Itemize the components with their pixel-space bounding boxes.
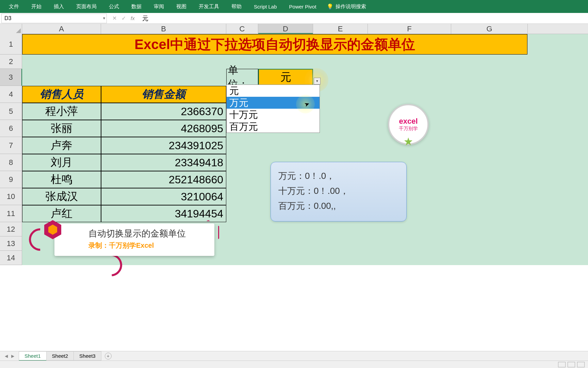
cell-name[interactable]: 张成汉 <box>22 188 101 205</box>
note-box: 万元：0！.0， 十万元：0！.00， 百万元：0.00,, <box>271 162 407 221</box>
table-header-amount: 销售金额 <box>101 86 226 103</box>
ribbon-tab-file[interactable]: 文件 <box>3 0 25 13</box>
cell-name[interactable]: 卢奔 <box>22 137 101 154</box>
row-header[interactable]: 9 <box>0 171 22 188</box>
cell-amount[interactable]: 3210064 <box>101 188 226 205</box>
tell-me-search[interactable]: 💡 操作说明搜索 <box>327 3 366 10</box>
col-header-a[interactable]: A <box>22 24 101 34</box>
ribbon: 文件 开始 插入 页面布局 公式 数据 审阅 视图 开发工具 帮助 Script… <box>0 0 588 13</box>
ribbon-tab-dev[interactable]: 开发工具 <box>193 0 225 13</box>
col-header-f[interactable]: F <box>368 24 451 34</box>
bulb-icon: 💡 <box>327 3 333 10</box>
ribbon-tab-review[interactable]: 审阅 <box>148 0 170 13</box>
sheet-tab[interactable]: Sheet2 <box>46 351 74 361</box>
col-header-b[interactable]: B <box>101 24 226 34</box>
view-layout-icon[interactable] <box>568 362 575 367</box>
tell-me-label: 操作说明搜索 <box>336 3 366 10</box>
row-header[interactable]: 11 <box>0 205 22 222</box>
row-header[interactable]: 1 <box>0 34 22 55</box>
col-header-c[interactable]: C <box>226 24 258 34</box>
column-headers: A B C D E F G <box>0 24 588 34</box>
row-header[interactable]: 3 <box>0 69 22 86</box>
sheet-nav: ◀ ▶ <box>0 354 19 358</box>
name-box-value: D3 <box>4 15 11 21</box>
row-header[interactable]: 7 <box>0 137 22 154</box>
check-icon[interactable]: ✓ <box>121 15 126 21</box>
logo-subtext: 千万别学 <box>399 126 418 132</box>
cell-amount[interactable]: 2366370 <box>101 103 226 120</box>
chevron-down-icon: ▼ <box>316 79 319 83</box>
chevron-down-icon[interactable]: ▼ <box>102 16 106 20</box>
unit-selected-cell[interactable]: 元 <box>258 69 313 86</box>
cell-amount[interactable]: 34194454 <box>101 205 226 222</box>
add-sheet-button[interactable]: + <box>105 353 112 359</box>
row-header[interactable]: 4 <box>0 86 22 103</box>
row-header[interactable]: 6 <box>0 120 22 137</box>
dropdown-option[interactable]: 万元 <box>227 97 320 109</box>
cell-amount[interactable]: 234391025 <box>101 137 226 154</box>
note-line: 百万元：0.00,, <box>278 198 399 213</box>
nav-next-icon[interactable]: ▶ <box>11 354 14 358</box>
ribbon-tab-data[interactable]: 数据 <box>125 0 148 13</box>
cell-name[interactable]: 卢红 <box>22 205 101 222</box>
ribbon-tab-layout[interactable]: 页面布局 <box>70 0 103 13</box>
row-header[interactable]: 2 <box>0 55 22 69</box>
view-pagebreak-icon[interactable] <box>577 362 585 367</box>
ribbon-tab-formulas[interactable]: 公式 <box>103 0 125 13</box>
overlay-title: 自动切换显示的金额单位 <box>88 228 196 240</box>
cancel-icon[interactable]: ✕ <box>112 15 117 21</box>
spreadsheet-grid: A B C D E F G 1 2 3 4 5 6 7 8 9 10 11 12… <box>0 24 588 265</box>
note-line: 十万元：0！.00， <box>278 183 399 198</box>
row-header[interactable]: 5 <box>0 103 22 120</box>
unit-label-cell: 单位： <box>226 69 258 86</box>
sheet-tab[interactable]: Sheet1 <box>19 351 47 361</box>
col-header-g[interactable]: G <box>451 24 528 34</box>
select-all-corner[interactable] <box>0 24 22 34</box>
ribbon-tab-view[interactable]: 视图 <box>170 0 193 13</box>
status-bar <box>0 361 588 368</box>
unit-dropdown: 元 万元 十万元 百万元 <box>226 85 320 133</box>
row-header[interactable]: 8 <box>0 154 22 171</box>
row-header[interactable]: 14 <box>0 251 22 265</box>
fx-icon[interactable]: fx <box>131 15 135 21</box>
cell-amount[interactable]: 252148660 <box>101 171 226 188</box>
star-icon <box>404 137 413 146</box>
cell-name[interactable]: 刘月 <box>22 154 101 171</box>
cell-name[interactable]: 程小萍 <box>22 103 101 120</box>
name-box[interactable]: D3 ▼ <box>1 14 107 23</box>
row-header[interactable]: 10 <box>0 188 22 205</box>
table-row: 刘月 23349418 <box>22 154 226 171</box>
col-header-e[interactable]: E <box>313 24 368 34</box>
table-row: 程小萍 2366370 <box>22 103 226 120</box>
ribbon-tab-home[interactable]: 开始 <box>25 0 48 13</box>
table-row: 卢红 34194454 <box>22 205 226 222</box>
row-header[interactable]: 12 <box>0 222 22 236</box>
table-row: 张丽 4268095 <box>22 120 226 137</box>
ribbon-tab-insert[interactable]: 插入 <box>48 0 70 13</box>
table-row: 杜鸣 252148660 <box>22 171 226 188</box>
ribbon-tab-help[interactable]: 帮助 <box>225 0 248 13</box>
nav-prev-icon[interactable]: ◀ <box>5 354 8 358</box>
dropdown-option[interactable]: 十万元 <box>227 109 320 121</box>
cell-name[interactable]: 张丽 <box>22 120 101 137</box>
formula-bar: D3 ▼ ✕ ✓ fx <box>0 13 588 24</box>
logo-text: excel <box>399 117 418 126</box>
cell-name[interactable]: 杜鸣 <box>22 171 101 188</box>
formula-controls: ✕ ✓ fx <box>108 15 139 21</box>
cell-amount[interactable]: 4268095 <box>101 120 226 137</box>
formula-input[interactable] <box>139 14 588 23</box>
ribbon-tab-scriptlab[interactable]: Script Lab <box>248 0 283 13</box>
cells-area[interactable]: Excel中通过下拉选项自动切换显示的金额单位 单位： 元 ▼ 元 万元 十万元… <box>22 34 588 265</box>
dropdown-option[interactable]: 百万元 <box>227 121 320 133</box>
dropdown-button[interactable]: ▼ <box>314 78 321 85</box>
row-header[interactable]: 13 <box>0 236 22 251</box>
note-line: 万元：0！.0， <box>278 168 399 183</box>
table-header-name: 销售人员 <box>22 86 101 103</box>
sheet-tab[interactable]: Sheet3 <box>74 351 101 361</box>
dropdown-option[interactable]: 元 <box>227 85 320 97</box>
col-header-d[interactable]: D <box>258 24 313 34</box>
cell-amount[interactable]: 23349418 <box>101 154 226 171</box>
view-normal-icon[interactable] <box>558 362 566 367</box>
ribbon-tab-powerpivot[interactable]: Power Pivot <box>283 0 323 13</box>
table-row: 卢奔 234391025 <box>22 137 226 154</box>
